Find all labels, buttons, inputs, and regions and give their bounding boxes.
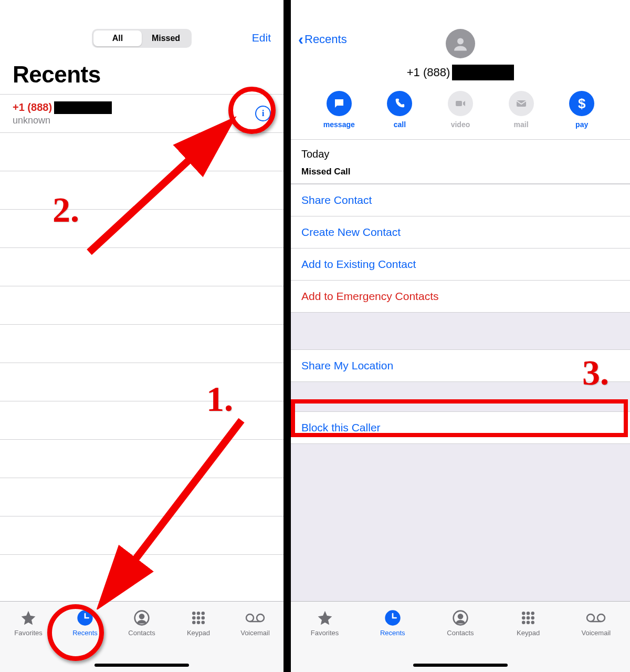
phone-number-redacted — [54, 101, 112, 114]
share-contact-button[interactable]: Share Contact — [291, 184, 630, 216]
create-contact-button[interactable]: Create New Contact — [291, 216, 630, 248]
message-icon — [327, 91, 352, 116]
recent-call-info: +1 (888) unknown — [13, 101, 255, 126]
star-icon — [20, 609, 37, 627]
video-icon — [448, 91, 473, 116]
recent-call-row[interactable]: +1 (888) unknown i — [0, 95, 284, 133]
svg-point-31 — [531, 621, 535, 625]
svg-point-24 — [527, 612, 530, 615]
svg-point-17 — [457, 38, 464, 45]
page-title: Recents — [0, 52, 284, 94]
block-section: Block this Caller — [291, 411, 630, 444]
empty-row — [0, 363, 284, 401]
action-pay[interactable]: $ pay — [551, 91, 612, 129]
svg-point-26 — [522, 616, 526, 620]
empty-row — [0, 325, 284, 363]
add-existing-contact-button[interactable]: Add to Existing Contact — [291, 248, 630, 280]
svg-point-12 — [246, 614, 254, 622]
phone-icon — [387, 91, 412, 116]
empty-row — [0, 133, 284, 171]
segment-missed[interactable]: Missed — [142, 30, 190, 46]
svg-point-6 — [192, 616, 196, 620]
voicemail-icon — [586, 609, 606, 627]
tab-contacts[interactable]: Contacts — [426, 609, 494, 637]
svg-point-33 — [597, 614, 605, 622]
action-message[interactable]: message — [309, 91, 370, 129]
tab-recents[interactable]: Recents — [359, 609, 426, 637]
tab-favorites[interactable]: Favorites — [0, 609, 57, 637]
voicemail-icon — [245, 609, 265, 627]
phone-number-visible: +1 (888) — [407, 66, 450, 79]
spacer — [291, 382, 630, 411]
tab-label: Keypad — [517, 629, 540, 637]
svg-point-5 — [202, 612, 205, 615]
tab-contacts[interactable]: Contacts — [113, 609, 170, 637]
svg-rect-18 — [456, 101, 462, 106]
recents-screen: All Missed Edit Recents +1 (888) unknown… — [0, 0, 284, 672]
action-label: pay — [575, 120, 588, 129]
recents-list: +1 (888) unknown i — [0, 94, 284, 555]
tab-voicemail[interactable]: Voicemail — [562, 609, 630, 637]
avatar — [446, 29, 475, 58]
home-indicator — [94, 664, 189, 667]
today-section: Today Missed Call — [291, 139, 630, 184]
tab-label: Contacts — [447, 629, 474, 637]
missed-call-label: Missed Call — [301, 167, 620, 177]
svg-point-29 — [522, 621, 526, 625]
back-label: Recents — [304, 33, 347, 46]
location-section: Share My Location — [291, 349, 630, 382]
empty-row — [0, 171, 284, 210]
segment-all[interactable]: All — [93, 30, 142, 46]
person-circle-icon — [452, 609, 469, 627]
edit-button[interactable]: Edit — [252, 32, 271, 44]
keypad-icon — [191, 609, 206, 627]
action-call[interactable]: call — [370, 91, 430, 129]
svg-point-22 — [458, 614, 463, 618]
detail-header: ‹ Recents +1 (888) message — [291, 0, 630, 139]
block-caller-button[interactable]: Block this Caller — [291, 412, 630, 443]
back-button[interactable]: ‹ Recents — [298, 33, 347, 46]
tab-favorites[interactable]: Favorites — [291, 609, 359, 637]
tab-label: Contacts — [128, 629, 155, 637]
empty-row — [0, 440, 284, 478]
svg-point-9 — [192, 621, 196, 625]
call-source-label: unknown — [13, 115, 255, 126]
svg-point-10 — [197, 621, 201, 625]
panel-divider — [284, 0, 291, 672]
tab-label: Voicemail — [240, 629, 270, 637]
svg-point-27 — [527, 616, 530, 620]
svg-point-28 — [531, 616, 535, 620]
phone-number-visible: +1 (888) — [13, 101, 52, 113]
action-video: video — [430, 91, 491, 129]
chevron-left-icon: ‹ — [298, 35, 303, 44]
share-location-button[interactable]: Share My Location — [291, 350, 630, 381]
star-icon — [317, 609, 333, 627]
tab-label: Recents — [72, 629, 98, 637]
tab-label: Recents — [380, 629, 405, 637]
tab-label: Favorites — [14, 629, 42, 637]
today-label: Today — [301, 148, 620, 160]
tab-recents[interactable]: Recents — [57, 609, 113, 637]
action-row: message call video — [301, 80, 620, 134]
tab-voicemail[interactable]: Voicemail — [227, 609, 284, 637]
tab-keypad[interactable]: Keypad — [495, 609, 562, 637]
tab-label: Favorites — [311, 629, 339, 637]
keypad-icon — [520, 609, 536, 627]
svg-point-30 — [527, 621, 530, 625]
svg-point-11 — [202, 621, 205, 625]
empty-row — [0, 210, 284, 248]
tab-bar: Favorites Recents Contacts — [291, 601, 630, 672]
spacer — [291, 313, 630, 349]
svg-point-4 — [197, 612, 201, 615]
info-icon[interactable]: i — [255, 106, 271, 121]
svg-point-13 — [257, 614, 264, 622]
mail-icon — [509, 91, 534, 116]
svg-point-2 — [140, 614, 144, 618]
empty-row — [0, 516, 284, 555]
add-emergency-contact-button[interactable]: Add to Emergency Contacts — [291, 280, 630, 312]
segmented-control[interactable]: All Missed — [92, 29, 192, 48]
empty-row — [0, 286, 284, 325]
svg-point-25 — [531, 612, 535, 615]
tab-keypad[interactable]: Keypad — [170, 609, 227, 637]
contact-detail-screen: ‹ Recents +1 (888) message — [291, 0, 630, 672]
